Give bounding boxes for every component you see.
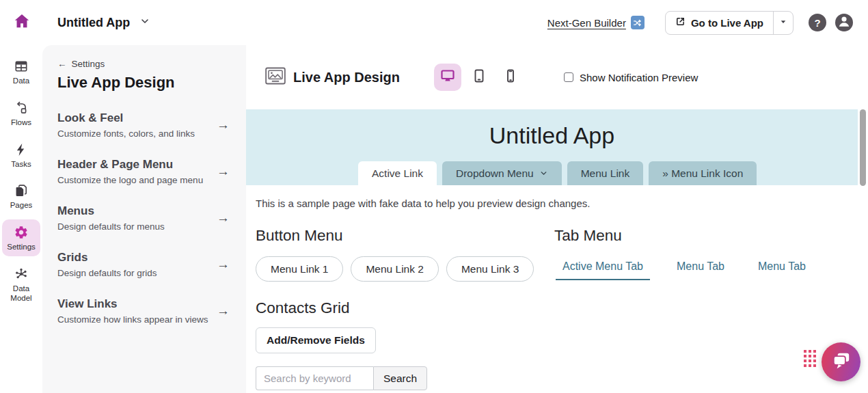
settings-item-header-page-menu[interactable]: Header & Page Menu Customize the logo an… — [57, 158, 232, 185]
sidebar-item-tasks[interactable]: Tasks — [2, 137, 40, 174]
sidebar-item-label: Flows — [3, 118, 40, 128]
preview-tab-menu-link-icon[interactable]: » Menu Link Icon — [649, 161, 757, 185]
pages-icon — [14, 182, 29, 199]
tablet-preview-button[interactable] — [465, 64, 493, 91]
settings-item-look-and-feel[interactable]: Look & Feel Customize fonts, colors, and… — [57, 111, 232, 139]
grid-search: Search — [256, 366, 858, 390]
sidebar-item-label: Pages — [3, 201, 40, 211]
gear-icon — [14, 224, 29, 241]
preview-tab-dropdown-menu[interactable]: Dropdown Menu — [442, 161, 562, 185]
sidebar-item-pages[interactable]: Pages — [2, 178, 40, 215]
back-arrow-icon: ← — [57, 59, 67, 69]
external-link-icon — [675, 16, 686, 29]
phone-icon — [502, 68, 519, 87]
main-content: Live App Design — [246, 45, 868, 393]
settings-item-subtitle: Customize the logo and page menu — [57, 175, 209, 185]
arrow-right-icon: → — [217, 211, 230, 226]
menu-link-3-button[interactable]: Menu Link 3 — [446, 256, 534, 282]
settings-item-subtitle: Design defaults for grids — [57, 268, 209, 278]
shuffle-icon — [631, 16, 645, 29]
settings-item-title: Menus — [57, 204, 209, 218]
sidebar-item-data[interactable]: Data — [2, 53, 40, 90]
help-button[interactable]: ? — [809, 14, 826, 31]
menu-tab[interactable]: Menu Tab — [751, 260, 813, 280]
settings-item-menus[interactable]: Menus Design defaults for menus → — [57, 204, 232, 232]
search-input[interactable] — [256, 366, 373, 390]
arrow-right-icon: → — [217, 118, 230, 133]
go-to-live-app-label: Go to Live App — [691, 17, 763, 29]
sidebar-item-label: Data — [3, 77, 40, 86]
user-icon — [835, 12, 853, 33]
settings-item-title: View Links — [57, 297, 209, 311]
avatar[interactable] — [835, 14, 853, 31]
home-icon — [13, 12, 31, 33]
go-to-live-app-button[interactable]: Go to Live App — [666, 12, 773, 34]
show-notification-preview-toggle[interactable]: Show Notification Preview — [564, 72, 698, 83]
sidebar-item-label: Tasks — [3, 160, 40, 170]
nav-rail: Data Flows Tasks Pages Settings — [0, 45, 42, 393]
settings-item-subtitle: Design defaults for menus — [57, 221, 209, 232]
button-menu-section: Button Menu Menu Link 1 Menu Link 2 Menu… — [256, 217, 554, 282]
settings-item-title: Header & Page Menu — [57, 158, 209, 172]
home-button[interactable] — [11, 12, 33, 33]
back-link-label: Settings — [72, 59, 105, 69]
tab-menu-title: Tab Menu — [554, 227, 858, 245]
chat-widget-button[interactable] — [822, 342, 860, 381]
sidebar-item-label: Settings — [3, 243, 40, 252]
notification-preview-checkbox[interactable] — [564, 72, 573, 82]
scrollbar-thumb[interactable] — [860, 109, 866, 186]
add-remove-fields-button[interactable]: Add/Remove Fields — [256, 327, 376, 353]
preview-nav-tabs: Active Link Dropdown Menu Menu Link » Me… — [358, 161, 757, 185]
caret-down-icon — [779, 16, 787, 29]
menu-link-2-button[interactable]: Menu Link 2 — [351, 256, 438, 282]
page-title: Live App Design — [293, 70, 400, 85]
scrollbar-track[interactable] — [858, 45, 868, 393]
preview-tab-active-link[interactable]: Active Link — [358, 161, 437, 185]
go-to-live-app-dropdown-button[interactable] — [773, 12, 793, 34]
menu-tab[interactable]: Menu Tab — [670, 260, 731, 280]
settings-item-subtitle: Customize how links appear in views — [57, 314, 209, 325]
arrow-right-icon: → — [217, 303, 230, 319]
settings-item-title: Grids — [57, 251, 209, 265]
live-app-preview-banner: Untitled App Active Link Dropdown Menu M… — [246, 109, 858, 185]
contacts-grid-title: Contacts Grid — [256, 299, 858, 317]
live-app-design-header: Live App Design — [265, 62, 858, 93]
flows-icon — [14, 100, 29, 116]
contacts-grid-section: Contacts Grid Add/Remove Fields Search — [246, 299, 858, 393]
settings-item-view-links[interactable]: View Links Customize how links appear in… — [57, 297, 232, 325]
settings-item-subtitle: Customize fonts, colors, and links — [57, 128, 209, 139]
arrow-right-icon: → — [217, 257, 230, 272]
next-gen-builder-link[interactable]: Next-Gen Builder — [547, 16, 645, 29]
button-menu-title: Button Menu — [256, 227, 554, 245]
data-model-icon — [14, 266, 29, 282]
preview-tab-label: Menu Link — [581, 167, 630, 180]
menu-link-1-button[interactable]: Menu Link 1 — [256, 256, 343, 282]
phone-preview-button[interactable] — [497, 64, 524, 91]
help-label: ? — [814, 17, 820, 29]
app-title: Untitled App — [57, 16, 130, 30]
panel-title: Live App Design — [57, 74, 232, 92]
lightning-bolt-icon — [14, 141, 29, 158]
sidebar-item-flows[interactable]: Flows — [2, 95, 40, 132]
settings-item-grids[interactable]: Grids Design defaults for grids → — [57, 251, 232, 278]
data-table-icon — [14, 58, 29, 74]
desktop-preview-button[interactable] — [434, 64, 461, 91]
app-title-menu[interactable]: Untitled App — [57, 16, 150, 30]
go-to-live-app-split-button: Go to Live App — [665, 11, 794, 35]
picture-icon — [265, 67, 286, 87]
tab-menu-tabs: Active Menu Tab Menu Tab Menu Tab — [556, 260, 858, 280]
tablet-icon — [471, 68, 487, 87]
back-to-settings-link[interactable]: ← Settings — [57, 59, 232, 69]
sidebar-item-data-model[interactable]: Data Model — [2, 261, 40, 308]
settings-item-title: Look & Feel — [57, 111, 209, 125]
tab-menu-section: Tab Menu Active Menu Tab Menu Tab Menu T… — [554, 217, 858, 282]
settings-panel: ← Settings Live App Design Look & Feel C… — [42, 45, 246, 393]
sidebar-item-settings[interactable]: Settings — [2, 219, 40, 256]
chat-widget-drag-handle[interactable] — [804, 350, 816, 367]
device-preview-toggles — [434, 64, 524, 91]
preview-tab-menu-link[interactable]: Menu Link — [567, 161, 644, 185]
preview-tab-label: Dropdown Menu — [456, 167, 534, 180]
active-menu-tab[interactable]: Active Menu Tab — [556, 260, 650, 280]
search-button[interactable]: Search — [373, 366, 427, 390]
sidebar-item-label: Data Model — [3, 284, 40, 303]
